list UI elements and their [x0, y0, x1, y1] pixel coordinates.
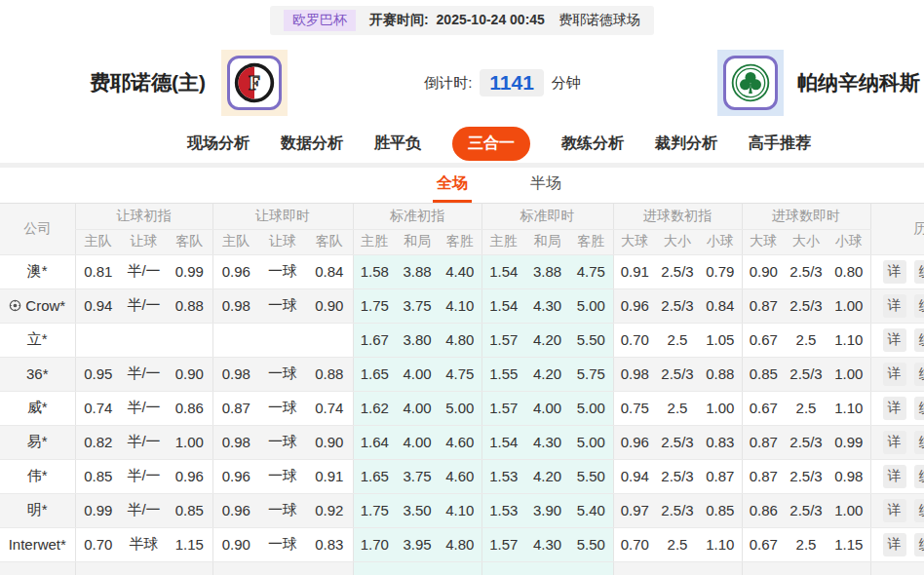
odds-value: 0.80 [828, 254, 870, 288]
odds-value: 0.98 [613, 357, 656, 391]
odds-value: 2.5/3 [785, 459, 828, 493]
odds-value: 4.75 [439, 357, 481, 391]
stats-button[interactable]: 统 [914, 260, 924, 284]
odds-value: 2.5/3 [785, 357, 828, 391]
odds-value: 4.60 [439, 425, 481, 459]
tab-coach-analysis[interactable]: 教练分析 [561, 134, 624, 154]
odds-value: 半/一 [121, 254, 167, 288]
stats-button[interactable]: 统 [914, 363, 924, 386]
odds-value: 5.00 [569, 425, 613, 459]
odds-value [212, 323, 259, 357]
odds-value [306, 323, 353, 357]
detail-button[interactable]: 详 [883, 431, 906, 454]
odds-value: 1.75 [353, 493, 396, 527]
odds-value: 5.00 [569, 288, 613, 323]
odds-row: 澳*0.81半/一0.990.96一球0.841.583.884.401.543… [0, 254, 924, 288]
company-name[interactable]: 澳* [0, 254, 75, 288]
detail-button[interactable]: 详 [883, 533, 906, 556]
tab-half-match[interactable]: 半场 [526, 168, 565, 203]
odds-value [396, 561, 439, 575]
odds-value: 0.99 [75, 493, 121, 527]
odds-value: 0.88 [167, 288, 212, 323]
subcol-line: 大小 [785, 229, 828, 254]
stats-button[interactable]: 统 [914, 499, 924, 522]
tab-data-analysis[interactable]: 数据分析 [281, 134, 343, 154]
odds-value: 一球 [259, 357, 306, 391]
odds-value: 0.96 [167, 459, 212, 493]
detail-button[interactable]: 详 [883, 294, 906, 318]
odds-value: 0.85 [742, 357, 785, 391]
tab-three-in-one[interactable]: 三合一 [452, 127, 530, 161]
row-actions: 详统 [870, 459, 924, 493]
odds-value: 0.92 [306, 493, 353, 527]
odds-value: 1.55 [481, 357, 525, 391]
tab-win-draw-lose[interactable]: 胜平负 [374, 134, 421, 154]
detail-button[interactable]: 详 [883, 397, 906, 420]
odds-value [613, 561, 656, 575]
row-actions: 详统 [870, 493, 924, 527]
odds-table: 公司 让球初指 让球即时 标准初指 标准即时 进球数初指 进球数即时 历 主队 … [0, 204, 924, 575]
svg-text:F: F [249, 72, 260, 94]
odds-value: 4.00 [396, 425, 439, 459]
odds-value: 0.99 [828, 425, 870, 459]
row-actions: 详统 [870, 288, 924, 323]
odds-value: 0.90 [306, 425, 353, 459]
tab-live-analysis[interactable]: 现场分析 [187, 134, 250, 154]
odds-value: 4.20 [525, 459, 569, 493]
tab-referee-analysis[interactable]: 裁判分析 [655, 134, 717, 154]
tab-full-match[interactable]: 全场 [433, 168, 472, 203]
company-name[interactable]: 伟* [0, 459, 75, 493]
detail-button[interactable]: 详 [883, 328, 906, 352]
odds-value: 0.90 [167, 357, 212, 391]
odds-value: 2.5/3 [785, 425, 828, 459]
detail-button[interactable]: 详 [883, 363, 906, 386]
subcol-under: 小球 [699, 229, 742, 254]
detail-button[interactable]: 详 [883, 499, 906, 522]
tab-expert-picks[interactable]: 高手推荐 [749, 134, 811, 154]
odds-value: 1.00 [828, 493, 870, 527]
odds-value: 1.05 [699, 323, 742, 357]
odds-value: 一球 [259, 527, 306, 561]
odds-value: 5.00 [569, 391, 613, 425]
company-name[interactable]: Interwet* [0, 527, 75, 561]
period-tabs: 全场 半场 [0, 168, 924, 204]
odds-value: 3.88 [396, 254, 439, 288]
odds-value [699, 561, 742, 575]
stats-button[interactable]: 统 [914, 431, 924, 454]
odds-value: 0.95 [75, 357, 121, 391]
subcol-over: 大球 [742, 229, 785, 254]
stats-button[interactable]: 统 [914, 397, 924, 420]
odds-value: 3.75 [396, 459, 439, 493]
odds-value: 0.87 [742, 425, 785, 459]
stats-button[interactable]: 统 [914, 465, 924, 488]
detail-button[interactable]: 详 [883, 260, 906, 284]
odds-value: 半/一 [121, 425, 167, 459]
odds-value: 一球 [259, 459, 306, 493]
odds-value: 4.10 [439, 493, 481, 527]
odds-value: 2.5/3 [656, 425, 699, 459]
odds-value: 5.40 [569, 493, 613, 527]
odds-value: 0.91 [613, 254, 656, 288]
odds-value: 1.15 [167, 527, 212, 561]
odds-value: 半/一 [121, 493, 167, 527]
company-name[interactable]: 威* [0, 391, 75, 425]
row-actions: 详统 [870, 425, 924, 459]
league-badge[interactable]: 欧罗巴杯 [284, 10, 356, 31]
odds-row: Interwet*0.70半球1.150.90一球0.831.703.954.8… [0, 527, 924, 561]
company-name[interactable]: 36* [0, 357, 75, 391]
odds-value: 4.80 [439, 527, 481, 561]
stats-button[interactable]: 统 [914, 294, 924, 318]
company-name[interactable]: 明* [0, 493, 75, 527]
stats-button[interactable]: 统 [914, 533, 924, 556]
odds-value: 0.67 [742, 391, 785, 425]
detail-button[interactable]: 详 [883, 465, 906, 488]
company-name[interactable]: Crow* [0, 288, 75, 323]
company-name[interactable]: 易* [0, 425, 75, 459]
odds-value: 1.53 [481, 493, 525, 527]
odds-value [121, 323, 167, 357]
odds-table-header: 公司 让球初指 让球即时 标准初指 标准即时 进球数初指 进球数即时 历 主队 … [0, 204, 924, 254]
odds-value: 2.5 [656, 323, 699, 357]
stats-button[interactable]: 统 [914, 328, 924, 352]
company-name[interactable]: 立* [0, 323, 75, 357]
odds-value: 0.85 [75, 459, 121, 493]
